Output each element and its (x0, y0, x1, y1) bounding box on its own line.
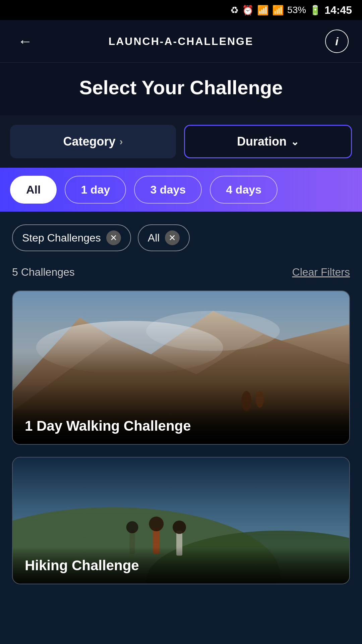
alarm-icon: ⏰ (242, 5, 254, 16)
remove-step-challenges-icon[interactable]: ✕ (106, 230, 121, 245)
challenges-list: 1 Day Walking Challenge (0, 290, 362, 598)
duration-pill-all[interactable]: All (10, 176, 57, 204)
category-filter-button[interactable]: Category › (10, 125, 176, 158)
status-icons: ♻ ⏰ 📶 📶 53% 🔋 14:45 (230, 4, 352, 16)
duration-filter-button[interactable]: Duration ⌄ (184, 125, 352, 158)
page-title: Select Your Challenge (13, 76, 349, 99)
wifi-icon: 📶 (257, 5, 269, 16)
challenge-card-2[interactable]: Hiking Challenge (12, 457, 350, 584)
challenge-card-title-2: Hiking Challenge (25, 557, 139, 573)
challenge-card-1[interactable]: 1 Day Walking Challenge (12, 290, 350, 445)
page-title-section: Select Your Challenge (0, 63, 362, 115)
recycle-icon: ♻ (230, 5, 239, 16)
top-nav: ← LAUNCH-A-CHALLENGE i (0, 20, 362, 63)
battery-icon: 🔋 (309, 5, 321, 16)
clear-filters-button[interactable]: Clear Filters (292, 266, 350, 278)
active-filter-step-challenges[interactable]: Step Challenges ✕ (12, 224, 131, 251)
status-time: 14:45 (324, 4, 352, 16)
back-button[interactable]: ← (13, 30, 37, 53)
active-filter-all[interactable]: All ✕ (138, 224, 190, 251)
results-row: 5 Challenges Clear Filters (0, 261, 362, 290)
filter-label-step: Step Challenges (22, 232, 101, 244)
battery-percent: 53% (287, 5, 306, 15)
info-icon: i (335, 35, 338, 48)
duration-chevron-icon: ⌄ (291, 136, 299, 148)
back-arrow-icon: ← (18, 33, 33, 50)
duration-pill-3days[interactable]: 3 days (134, 176, 202, 204)
category-label: Category (63, 135, 115, 149)
svg-point-7 (256, 391, 264, 408)
duration-label: Duration (237, 135, 287, 149)
duration-filter-row: All 1 day 3 days 4 days (0, 168, 362, 212)
info-button[interactable]: i (325, 30, 349, 53)
challenge-card-title-1: 1 Day Walking Challenge (25, 418, 191, 434)
category-chevron-icon: › (120, 136, 123, 147)
filter-label-all: All (148, 232, 160, 244)
active-filters-section: Step Challenges ✕ All ✕ (0, 212, 362, 261)
nav-title: LAUNCH-A-CHALLENGE (109, 35, 254, 48)
duration-pill-4days[interactable]: 4 days (210, 176, 278, 204)
filter-buttons-row: Category › Duration ⌄ (0, 115, 362, 168)
duration-pill-1day[interactable]: 1 day (65, 176, 126, 204)
results-count: 5 Challenges (12, 266, 75, 278)
signal-icon: 📶 (272, 5, 284, 16)
remove-all-icon[interactable]: ✕ (165, 230, 180, 245)
status-bar: ♻ ⏰ 📶 📶 53% 🔋 14:45 (0, 0, 362, 20)
card-overlay-1: 1 Day Walking Challenge (13, 408, 349, 444)
card-overlay-2: Hiking Challenge (13, 547, 349, 584)
